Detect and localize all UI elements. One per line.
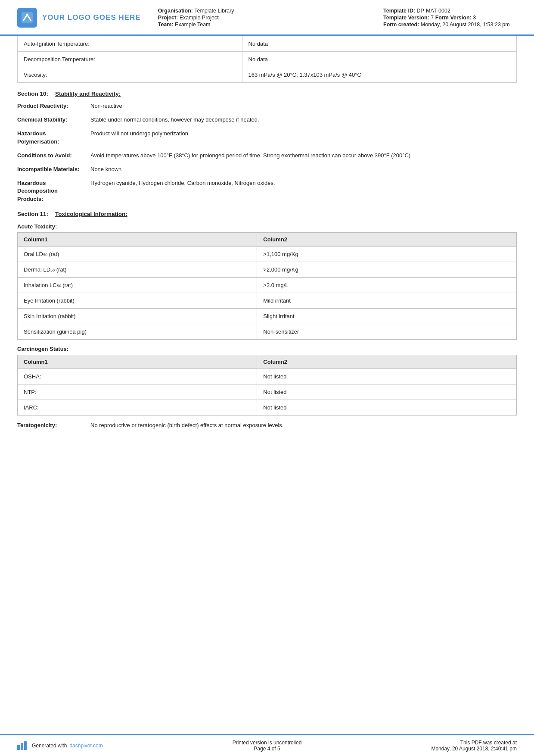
footer-left: Generated with dashpivot.com xyxy=(17,741,184,750)
section10-title: Stability and Reactivity: xyxy=(55,91,121,97)
acute-table-row: Skin Irritation (rabbit)Slight irritant xyxy=(18,308,517,324)
acute-col2: >1,100 mg/Kg xyxy=(257,246,517,262)
footer: Generated with dashpivot.com Printed ver… xyxy=(0,734,534,756)
footer-right: This PDF was created at Monday, 20 Augus… xyxy=(350,740,517,752)
carc-col2-header: Column2 xyxy=(257,355,517,369)
acute-col1: Eye Irritation (rabbit) xyxy=(18,293,257,308)
acute-table-row: Inhalation LC₅₀ (rat)>2.0 mg/L xyxy=(18,277,517,293)
prop-value: No data xyxy=(242,52,516,67)
acute-col2: Mild irritant xyxy=(257,293,517,308)
project-label: Project: xyxy=(158,15,178,21)
template-version-label: Template Version: xyxy=(383,15,429,21)
acute-col2: Slight irritant xyxy=(257,308,517,324)
header: YOUR LOGO GOES HERE Organisation: Templa… xyxy=(0,0,534,36)
main-content: Auto-Ignition Temperature:No dataDecompo… xyxy=(0,36,534,734)
svg-rect-3 xyxy=(21,743,23,750)
teratogenicity-value: No reproductive or teratogenic (birth de… xyxy=(90,422,517,429)
footer-center-line1: Printed version is uncontrolled xyxy=(184,740,351,746)
logo-icon xyxy=(17,8,37,28)
field-value: Non-reactive xyxy=(90,102,517,110)
section10-field-row: Product Reactivity:Non-reactive xyxy=(17,102,517,110)
page: YOUR LOGO GOES HERE Organisation: Templa… xyxy=(0,0,534,756)
team-row: Team: Example Team xyxy=(158,22,383,28)
prop-table-row: Decomposition Temperature:No data xyxy=(18,52,517,67)
section10-field-row: Hazardous Polymerisation:Product will no… xyxy=(17,130,517,145)
acute-toxicity-label: Acute Toxicity: xyxy=(17,223,517,230)
footer-center: Printed version is uncontrolled Page 4 o… xyxy=(184,740,351,752)
acute-col1: Sensitization (guinea pig) xyxy=(18,324,257,339)
form-created-value: Monday, 20 August 2018, 1:53:23 pm xyxy=(421,22,510,28)
carc-col1-header: Column1 xyxy=(18,355,257,369)
acute-table-row: Eye Irritation (rabbit)Mild irritant xyxy=(18,293,517,308)
section11-num: Section 11: xyxy=(17,211,48,217)
field-value: Hydrogen cyanide, Hydrogen chloride, Car… xyxy=(90,179,517,187)
field-label: Chemical Stability: xyxy=(17,116,90,124)
section11-title: Toxicological Information: xyxy=(55,211,127,217)
dashpivot-icon xyxy=(17,741,29,750)
template-id-row: Template ID: DP-MAT-0002 xyxy=(383,8,517,14)
acute-col1: Oral LD₅₀ (rat) xyxy=(18,246,257,262)
svg-point-1 xyxy=(26,14,28,16)
version-row: Template Version: 7 Form Version: 3 xyxy=(383,15,517,21)
section10-num: Section 10: xyxy=(17,91,48,97)
field-value: Avoid temperatures above 100°F (38°C) fo… xyxy=(90,152,517,159)
org-row: Organisation: Template Library xyxy=(158,8,383,14)
prop-value: No data xyxy=(242,36,516,52)
generated-text: Generated with xyxy=(32,743,67,749)
carc-col2: Not listed xyxy=(257,400,517,415)
property-table: Auto-Ignition Temperature:No dataDecompo… xyxy=(17,36,517,83)
carc-table-row: OSHA:Not listed xyxy=(18,369,517,384)
acute-col2: Non-sensitizer xyxy=(257,324,517,339)
footer-right-line1: This PDF was created at xyxy=(350,740,517,746)
logo-svg xyxy=(21,11,34,24)
logo-area: YOUR LOGO GOES HERE xyxy=(17,8,141,28)
acute-col1: Dermal LD₅₀ (rat) xyxy=(18,262,257,277)
project-row: Project: Example Project xyxy=(158,15,383,21)
carc-table-row: NTP:Not listed xyxy=(18,384,517,400)
footer-brand: Generated with dashpivot.com xyxy=(17,741,184,750)
org-value: Template Library xyxy=(194,8,234,14)
section11-header: Section 11: Toxicological Information: xyxy=(17,211,517,217)
field-value: Product will not undergo polymerization xyxy=(90,130,517,137)
carc-col1: NTP: xyxy=(18,384,257,400)
teratogenicity-label: Teratogenicity: xyxy=(17,422,90,429)
acute-table-row: Dermal LD₅₀ (rat)>2,000 mg/Kg xyxy=(18,262,517,277)
project-value: Example Project xyxy=(180,15,219,21)
field-label: Hazardous Polymerisation: xyxy=(17,130,90,145)
field-label: Product Reactivity: xyxy=(17,102,90,110)
section10-fields: Product Reactivity:Non-reactiveChemical … xyxy=(17,102,517,203)
section10-field-row: Conditions to Avoid:Avoid temperatures a… xyxy=(17,152,517,159)
footer-right-line2: Monday, 20 August 2018, 2:40:41 pm xyxy=(350,746,517,752)
header-right: Template ID: DP-MAT-0002 Template Versio… xyxy=(383,8,517,28)
form-created-label: Form created: xyxy=(383,22,419,28)
acute-col2: >2.0 mg/L xyxy=(257,277,517,293)
footer-center-line2: Page 4 of 5 xyxy=(184,746,351,752)
form-version-label: Form Version: xyxy=(435,15,472,21)
carc-col2: Not listed xyxy=(257,369,517,384)
carcinogen-label: Carcinogen Status: xyxy=(17,346,517,352)
carc-table-row: IARC:Not listed xyxy=(18,400,517,415)
template-id-label: Template ID: xyxy=(383,8,415,14)
carcinogen-table: Column1 Column2 OSHA:Not listedNTP:Not l… xyxy=(17,355,517,415)
prop-table-row: Auto-Ignition Temperature:No data xyxy=(18,36,517,52)
prop-label: Decomposition Temperature: xyxy=(18,52,242,67)
team-value: Example Team xyxy=(175,22,210,28)
acute-table-row: Sensitization (guinea pig)Non-sensitizer xyxy=(18,324,517,339)
section10-field-row: Hazardous Decomposition Products:Hydroge… xyxy=(17,179,517,203)
prop-value: 163 mPa/s @ 20°C; 1.37x103 mPa/s @ 40°C xyxy=(242,67,516,83)
field-label: Conditions to Avoid: xyxy=(17,152,90,159)
acute-toxicity-table: Column1 Column2 Oral LD₅₀ (rat)>1,100 mg… xyxy=(17,232,517,340)
section10-field-row: Chemical Stability:Stable under normal c… xyxy=(17,116,517,124)
teratogenicity-row: Teratogenicity: No reproductive or terat… xyxy=(17,422,517,429)
field-value: None known xyxy=(90,166,517,173)
header-meta: Organisation: Template Library Project: … xyxy=(141,8,383,28)
acute-col2-header: Column2 xyxy=(257,232,517,246)
prop-label: Auto-Ignition Temperature: xyxy=(18,36,242,52)
dashpivot-link[interactable]: dashpivot.com xyxy=(69,743,102,749)
field-label: Hazardous Decomposition Products: xyxy=(17,179,90,203)
field-value: Stable under normal conditions, however … xyxy=(90,116,517,124)
carc-col1: OSHA: xyxy=(18,369,257,384)
acute-col2: >2,000 mg/Kg xyxy=(257,262,517,277)
logo-text: YOUR LOGO GOES HERE xyxy=(42,13,141,22)
acute-col1: Inhalation LC₅₀ (rat) xyxy=(18,277,257,293)
